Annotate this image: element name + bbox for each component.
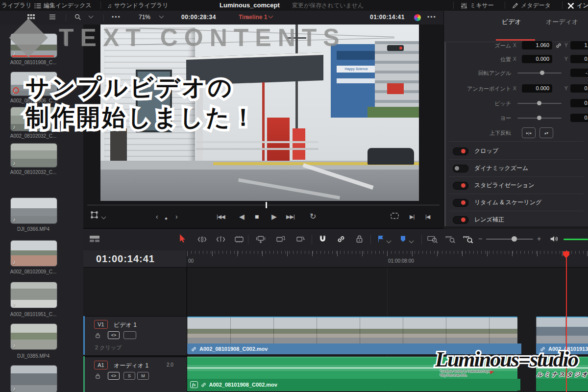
- insert-clip-icon[interactable]: [256, 235, 266, 244]
- dynamic-trim-mode-icon[interactable]: [216, 236, 226, 243]
- snapping-magnet-icon[interactable]: [318, 235, 327, 244]
- timeline-zoom-slider[interactable]: [486, 239, 533, 240]
- zoom-full-extent-icon[interactable]: [427, 235, 438, 244]
- track-lock-icon[interactable]: [95, 332, 100, 339]
- tab-video[interactable]: ビデオ: [502, 18, 521, 26]
- lens-correction-toggle[interactable]: [453, 216, 468, 224]
- menu-sound-library[interactable]: ♫ サウンドライブラリ: [107, 1, 169, 10]
- viewer-zoom-level[interactable]: 71%: [139, 14, 150, 21]
- zoom-out-button[interactable]: −: [478, 235, 482, 243]
- play-button[interactable]: ▶: [271, 212, 277, 221]
- position-x-field[interactable]: 0.000: [522, 55, 552, 63]
- audio-track-badge[interactable]: A1: [94, 361, 108, 369]
- timeline-name[interactable]: Timeline 1: [239, 14, 272, 21]
- flip-horizontal-button[interactable]: ▸|◂: [522, 127, 536, 138]
- go-to-end-button[interactable]: ▶▶|: [286, 212, 294, 221]
- jog-dial-icon[interactable]: ●: [165, 214, 168, 223]
- rotation-slider[interactable]: [517, 73, 562, 74]
- menu-inspector[interactable]: インス: [567, 1, 588, 10]
- viewer-more-icon[interactable]: •••: [427, 14, 437, 21]
- pitch-slider-thumb[interactable]: [537, 101, 541, 105]
- menu-edit-index[interactable]: 編集インデックス: [34, 1, 92, 10]
- go-to-start-button[interactable]: |◀◀: [217, 212, 225, 221]
- media-clip-thumbnail[interactable]: ♪: [10, 197, 57, 224]
- audio-track-header[interactable]: A1 オーディオ 1 2.0 <> S M: [83, 356, 187, 392]
- audio-clip-label-bar[interactable]: [536, 379, 588, 391]
- tab-audio[interactable]: オーディオ: [546, 18, 578, 26]
- video-track-badge[interactable]: V1: [94, 320, 108, 329]
- selection-tool-icon[interactable]: [179, 234, 186, 243]
- overwrite-clip-icon[interactable]: [275, 235, 285, 244]
- stop-button[interactable]: ■: [255, 212, 259, 221]
- match-frame-prev-icon[interactable]: |◀: [425, 212, 430, 221]
- auto-select-icon[interactable]: <>: [108, 331, 120, 339]
- zoom-chevron[interactable]: [160, 14, 163, 21]
- stabilization-toggle[interactable]: [453, 182, 468, 190]
- timeline-view-options-icon[interactable]: [89, 235, 100, 243]
- zoom-detail-icon[interactable]: [445, 235, 456, 244]
- timeline-video-clip[interactable]: [536, 317, 588, 344]
- zoom-x-field[interactable]: 1.060: [522, 41, 552, 49]
- match-frame-next-icon[interactable]: ▶|: [410, 212, 414, 221]
- timeline-ruler[interactable]: 00 01:00:08:00 01:00:14:41: [83, 250, 588, 268]
- timeline-zoom-slider-thumb[interactable]: [512, 236, 517, 242]
- zoom-in-button[interactable]: +: [537, 235, 541, 243]
- flip-vertical-button[interactable]: ▴▾: [539, 127, 553, 138]
- mute-button[interactable]: M: [137, 372, 149, 380]
- transform-tool-icon[interactable]: [90, 211, 98, 219]
- search-options-chevron[interactable]: [89, 14, 93, 21]
- jog-right-icon[interactable]: ›: [175, 212, 178, 221]
- dynamic-zoom-toggle[interactable]: [453, 165, 468, 172]
- retime-scaling-toggle[interactable]: [453, 199, 468, 207]
- flag-icon[interactable]: [377, 235, 384, 243]
- media-clip-thumbnail[interactable]: ♪: [10, 282, 57, 308]
- more-options-icon[interactable]: •••: [112, 14, 121, 21]
- yaw-slider-thumb[interactable]: [537, 116, 541, 120]
- position-y-field[interactable]: 0.000: [570, 55, 588, 63]
- zoom-custom-icon[interactable]: [463, 235, 473, 244]
- zoom-y-field[interactable]: 1.060: [570, 41, 588, 49]
- marker-icon[interactable]: [400, 235, 406, 243]
- rotation-slider-thumb[interactable]: [540, 71, 544, 75]
- list-view-icon[interactable]: [49, 14, 56, 20]
- yaw-slider[interactable]: [517, 118, 562, 119]
- jog-left-icon[interactable]: ‹: [156, 212, 158, 221]
- media-clip-thumbnail[interactable]: ♪: [10, 365, 57, 392]
- marker-color-chevron[interactable]: [410, 237, 413, 246]
- link-clips-icon[interactable]: [337, 235, 345, 243]
- audio-clip-label-bar[interactable]: fx A002_08101908_C002.mov: [187, 379, 520, 391]
- media-clip-thumbnail[interactable]: ♪: [10, 323, 57, 350]
- trim-edit-mode-icon[interactable]: [197, 236, 207, 243]
- loop-playback-button[interactable]: ↻: [310, 212, 316, 221]
- loop-range-icon[interactable]: [390, 212, 399, 220]
- yaw-value-field[interactable]: 0.000: [570, 114, 588, 122]
- timeline-video-clip[interactable]: [187, 317, 517, 344]
- pitch-value-field[interactable]: 0.000: [570, 99, 588, 107]
- track-lock-icon[interactable]: [95, 373, 100, 379]
- replace-clip-icon[interactable]: [295, 235, 305, 244]
- media-clip-thumbnail[interactable]: ♪: [10, 143, 57, 168]
- viewer-scrub-bar[interactable]: [87, 205, 440, 205]
- track-solo-frame-icon[interactable]: [123, 331, 136, 339]
- anchor-y-field[interactable]: 0.000: [570, 84, 588, 93]
- speaker-icon[interactable]: [550, 235, 558, 243]
- link-xy-icon[interactable]: [556, 43, 562, 49]
- transform-chevron[interactable]: [102, 213, 105, 222]
- menu-metadata[interactable]: メタデータ: [512, 1, 551, 10]
- crop-toggle[interactable]: [453, 147, 468, 155]
- search-icon[interactable]: [74, 14, 81, 21]
- menu-mixer[interactable]: ミキサー: [461, 1, 494, 10]
- viewer-scrub-playhead[interactable]: [266, 202, 267, 208]
- pitch-slider[interactable]: [517, 103, 562, 104]
- position-lock-icon[interactable]: [356, 235, 363, 243]
- anchor-x-field[interactable]: 0.000: [522, 84, 552, 93]
- flag-color-chevron[interactable]: [387, 237, 391, 246]
- color-wheel-icon[interactable]: [414, 14, 421, 21]
- media-clip-thumbnail[interactable]: ♪: [10, 240, 57, 267]
- solo-button[interactable]: S: [123, 372, 135, 380]
- razor-tool-icon[interactable]: [234, 236, 244, 243]
- auto-select-icon[interactable]: <>: [108, 372, 120, 380]
- video-track-header[interactable]: V1 ビデオ 1 <> 2 クリップ: [83, 316, 187, 356]
- play-reverse-button[interactable]: ◀: [239, 212, 245, 221]
- rotation-value-field[interactable]: -1.93: [570, 69, 588, 77]
